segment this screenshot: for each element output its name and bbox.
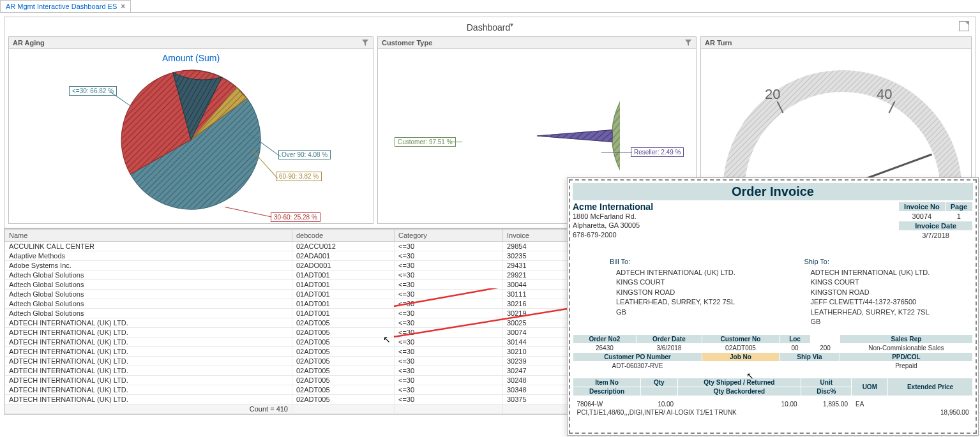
cell-debcode: 02ADT005: [292, 327, 395, 337]
oh-ppdcol: PPD/COL: [840, 353, 972, 362]
ih-unit: Unit: [801, 378, 852, 387]
cell-debcode: 01ADT001: [292, 289, 395, 299]
bill-l2: KINGS COURT: [616, 278, 779, 287]
cell-name: Adobe Systems Inc.: [5, 260, 292, 270]
callout-60-90: 60-90: 3.82 %: [276, 172, 322, 181]
ih-uom: UOM: [852, 378, 888, 396]
it-uom: EA: [852, 400, 888, 408]
cell-category: <=30: [395, 270, 503, 279]
cell-name: ADTECH INTERNATIONAL (UK) LTD.: [5, 327, 292, 337]
cell-name: Adaptive Methods: [5, 251, 292, 260]
cell-name: ADTECH INTERNATIONAL (UK) LTD.: [5, 375, 292, 385]
cell-debcode: 01ADT001: [292, 270, 395, 279]
ship-l5: LEATHERHEAD, SURREY, KT22 7SL: [811, 307, 974, 317]
tab-dashboard[interactable]: AR Mgmt Interactive Dashboard ES ×: [0, 0, 131, 12]
cell-name: ADTECH INTERNATIONAL (UK) LTD.: [5, 366, 292, 375]
funnel-icon[interactable]: [361, 39, 369, 47]
meta-page-label: Page: [945, 202, 972, 212]
cell-category: <=30: [395, 385, 503, 394]
col-debcode[interactable]: debcode: [292, 229, 395, 241]
export-icon[interactable]: [959, 21, 969, 31]
chart-title-aging[interactable]: Amount (Sum): [9, 49, 373, 63]
cell-name: Adtech Global Solutions: [5, 279, 292, 289]
cell-category: <=30: [395, 279, 503, 289]
cell-name: ACCULINK CALL CENTER: [5, 241, 292, 251]
cell-debcode: 02ADT005: [292, 385, 395, 394]
oh-orderdate: Order Date: [636, 335, 702, 344]
cell-debcode: 01ADT001: [292, 279, 395, 289]
cell-debcode: 02ACCU012: [292, 241, 395, 251]
cell-debcode: 02ADT005: [292, 337, 395, 346]
meta-date: 3/7/2018: [899, 231, 973, 241]
cell-name: ADTECH INTERNATIONAL (UK) LTD.: [5, 346, 292, 356]
ov-ppdcol: Prepaid: [840, 362, 972, 371]
callout-customer: Customer: 97.51 %: [395, 137, 456, 147]
it-qtyship: 10.00: [677, 400, 801, 408]
cell-name: Adtech Global Solutions: [5, 299, 292, 308]
funnel-icon[interactable]: [684, 39, 692, 47]
col-name[interactable]: Name: [5, 229, 292, 241]
ov-blank: 200: [811, 344, 840, 353]
cell-category: <=30: [395, 260, 503, 270]
cell-debcode: 01ADT001: [292, 308, 395, 318]
ov-custpo: ADT-060307-RVE: [573, 362, 702, 371]
cell-name: ADTECH INTERNATIONAL (UK) LTD.: [5, 356, 292, 366]
cell-category: <=30: [395, 366, 503, 375]
footer-count: Count = 410: [5, 404, 292, 413]
oh-custpo: Customer PO Number: [573, 353, 702, 362]
cell-name: ADTECH INTERNATIONAL (UK) LTD.: [5, 337, 292, 346]
cell-name: ADTECH INTERNATIONAL (UK) LTD.: [5, 318, 292, 327]
panel-title-aging: AR Aging: [13, 39, 45, 47]
panel-ar-aging: AR Aging Amount (Sum): [8, 36, 373, 224]
bill-l5: GB: [616, 307, 779, 317]
pie-chart-aging[interactable]: [108, 63, 274, 216]
it-unit: 1,895.00: [801, 400, 852, 408]
gauge-tick-40: 40: [877, 86, 892, 103]
invoice-addr1: 1880 McFarland Rd.: [573, 212, 653, 221]
meta-date-label: Invoice Date: [899, 221, 973, 231]
ih-qtyship: Qty Shipped / Returned: [677, 378, 801, 387]
ov-loc: 00: [779, 344, 810, 353]
ov-jobno: [702, 362, 780, 371]
bill-l4: LEATHERHEAD, SURREY, KT22 7SL: [616, 297, 779, 307]
cell-debcode: 02ADT005: [292, 318, 395, 327]
panel-title-turn: AR Turn: [705, 39, 732, 47]
cell-name: Adtech Global Solutions: [5, 289, 292, 299]
cell-category: <=30: [395, 327, 503, 337]
oh-custno: Customer No: [702, 335, 780, 344]
cell-category: <=30: [395, 308, 503, 318]
meta-page: 1: [945, 212, 972, 221]
oh-shipvia: Ship Via: [779, 353, 840, 362]
cell-category: <=30: [395, 394, 503, 404]
ship-l6: GB: [811, 317, 974, 327]
ship-l4: JEFF CLEWETT/44-1372-376500: [811, 297, 974, 307]
dashboard-title-bar: Dashboard▾: [4, 17, 976, 36]
ov-custno: 02ADT005: [702, 344, 780, 353]
cell-name: Adtech Global Solutions: [5, 308, 292, 318]
close-icon[interactable]: ×: [121, 2, 125, 11]
ih-itemno: Item No: [573, 378, 641, 387]
invoice-company: Acme International: [573, 202, 653, 212]
filter-icon[interactable]: ▾: [510, 21, 513, 28]
ship-l3: KINGSTON ROAD: [811, 288, 974, 297]
cell-debcode: 02ADT005: [292, 356, 395, 366]
cell-debcode: 02ADT005: [292, 346, 395, 356]
it-desc: PCI,T1/E1,48/60,,,DIGI,INTER/ AI-LOGIX T…: [573, 408, 852, 417]
cell-category: <=30: [395, 251, 503, 260]
panel-title-customer: Customer Type: [382, 39, 432, 47]
meta-invno-label: Invoice No: [899, 202, 946, 212]
it-ext: 18,950.00: [888, 408, 973, 417]
col-category[interactable]: Category: [395, 229, 503, 241]
cell-category: <=30: [395, 375, 503, 385]
cell-debcode: 02ADO001: [292, 260, 395, 270]
ih-desc: Description: [573, 387, 641, 396]
ship-l2: KINGS COURT: [811, 278, 974, 287]
bill-l3: KINGSTON ROAD: [616, 288, 779, 297]
invoice-title: Order Invoice: [573, 183, 973, 200]
oh-jobno: Job No: [702, 353, 780, 362]
invoice-phone: 678-679-2000: [573, 230, 653, 239]
it-itemno: 78064-W: [573, 400, 641, 408]
ship-to-label: Ship To:: [804, 258, 974, 265]
callout-over90: Over 90: 4.08 %: [278, 150, 331, 159]
cell-debcode: 02ADA001: [292, 251, 395, 260]
